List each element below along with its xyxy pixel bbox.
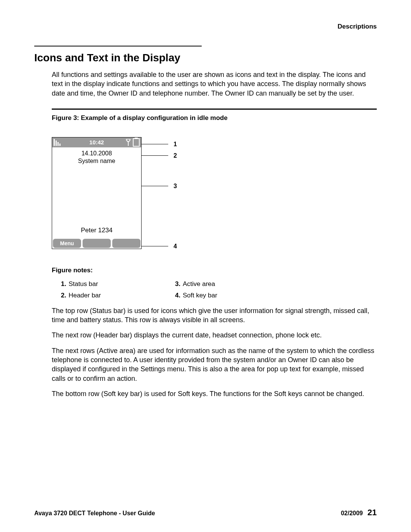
figure-notes: 1.Status bar 3.Active area 2.Header bar … [61,280,377,299]
softkey-bar: Menu [52,238,141,249]
footer-date: 02/2009 [341,510,363,517]
figure-rule [52,109,377,110]
body-p1: The top row (Status bar) is used for ico… [52,306,375,325]
section-rule [34,46,202,46]
note-3: 3.Active area [175,280,289,288]
figure-notes-caption: Figure notes: [52,267,377,274]
signal-icon [54,139,61,146]
note-1: 1.Status bar [61,280,175,288]
battery-icon [133,138,140,147]
page: Descriptions Icons and Text in the Displ… [0,0,411,532]
softkey-center[interactable] [83,239,111,248]
owner-id: Peter 1234 [81,227,112,234]
header-system-name: System name [52,157,141,165]
header-date: 14.10.2008 [52,150,141,157]
callout-4-num: 4 [174,243,177,250]
section-title: Icons and Text in the Display [34,52,377,64]
footer-page: 21 [368,508,377,518]
page-footer: Avaya 3720 DECT Telephone - User Guide 0… [34,508,377,518]
callout-4: 4 [142,243,177,250]
figure: 10:42 14.10.2008 System name Peter 1234 … [52,137,189,251]
callout-2-num: 2 [174,152,177,159]
note-4: 4.Soft key bar [175,292,289,299]
softkey-left[interactable]: Menu [53,239,81,248]
running-header: Descriptions [34,23,377,30]
softkey-right[interactable] [112,239,140,248]
body-p2: The next row (Header bar) displays the c… [52,331,375,340]
note-2: 2.Header bar [61,292,175,299]
phone-screen: 10:42 14.10.2008 System name Peter 1234 … [52,137,142,249]
callout-3: 3 [142,183,177,190]
body-p4: The bottom row (Soft key bar) is used fo… [52,389,375,398]
header-bar: 14.10.2008 System name [52,147,141,165]
status-bar: 10:42 [52,137,141,147]
footer-doc: Avaya 3720 DECT Telephone - User Guide [34,510,155,517]
figure-caption: Figure 3: Example of a display configura… [52,114,377,122]
callout-1: 1 [142,141,177,148]
callout-3-num: 3 [174,183,177,190]
antenna-icon [125,139,131,146]
active-area: Peter 1234 [52,165,141,238]
section-intro: All functions and settings available to … [52,70,377,98]
body-p3: The next rows (Active area) are used for… [52,346,375,383]
callout-2: 2 [142,152,177,159]
callout-1-num: 1 [174,141,177,148]
